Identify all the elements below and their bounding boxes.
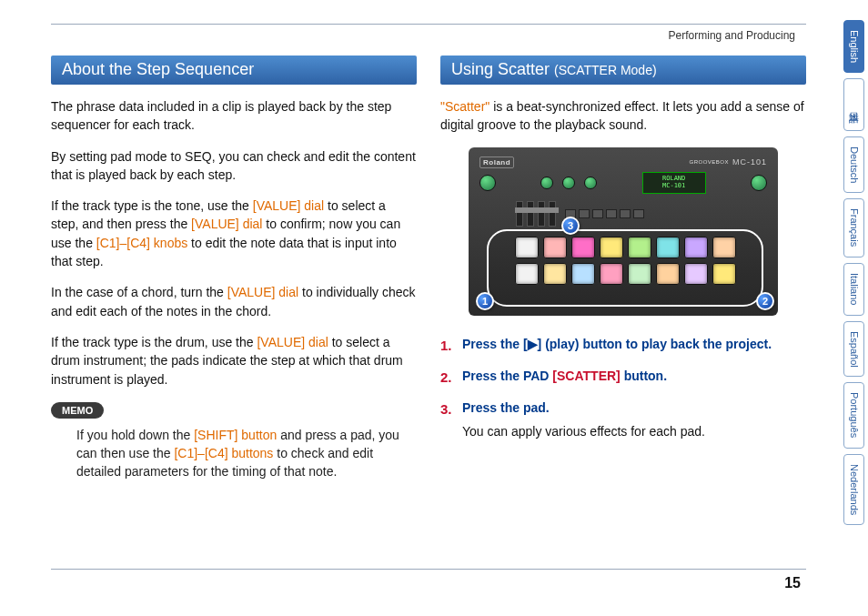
callout-3: 3	[561, 217, 580, 235]
section-heading-scatter: Using Scatter (SCATTER Mode)	[440, 56, 806, 85]
breadcrumb: Performing and Producing	[669, 29, 795, 42]
paragraph: If the track type is the drum, use the […	[51, 333, 417, 389]
lang-tab-italiano[interactable]: Italiano	[843, 263, 864, 316]
pad	[712, 237, 736, 258]
pad	[684, 237, 708, 258]
value-dial-ref: [VALUE] dial	[253, 198, 324, 213]
section-heading-sequencer: About the Step Sequencer	[51, 56, 417, 85]
model-label: MC-101	[732, 157, 767, 167]
pad	[600, 263, 623, 285]
pad	[656, 263, 680, 285]
value-dial-ref: [VALUE] dial	[227, 285, 298, 299]
pad	[656, 237, 680, 258]
lang-tab-nederlands[interactable]: Nederlands	[843, 454, 864, 525]
step-3-sub: You can apply various effects for each p…	[462, 424, 806, 439]
shift-button-ref: [SHIFT] button	[194, 428, 277, 442]
pad	[712, 263, 736, 285]
manual-page: Performing and Producing About the Step …	[51, 24, 806, 591]
pad	[543, 263, 567, 285]
step-1: 1. Press the [▶] (play) button to play b…	[440, 336, 806, 355]
device-display: ROLAND MC-101	[642, 172, 706, 194]
paragraph: "Scatter" is a beat-synchronized effect.…	[440, 97, 806, 135]
lang-tab-português[interactable]: Português	[843, 382, 864, 448]
brand-logo: Roland	[479, 157, 514, 168]
memo-text: If you hold down the [SHIFT] button and …	[76, 426, 417, 481]
groovebox-label: GROOVEBOX	[689, 159, 729, 165]
lang-tab-日本語[interactable]: 日本語	[843, 78, 864, 131]
pad	[684, 263, 708, 285]
pad	[600, 237, 623, 258]
value-dial-ref: [VALUE] dial	[257, 335, 328, 349]
callout-1: 1	[476, 292, 494, 310]
lang-tab-español[interactable]: Español	[843, 321, 864, 378]
lang-tab-français[interactable]: Français	[843, 198, 864, 257]
c-knobs-ref: [C1]–[C4] knobs	[96, 236, 187, 250]
memo-badge: MEMO	[51, 402, 104, 419]
paragraph: By setting pad mode to SEQ, you can chec…	[51, 147, 417, 185]
lang-tab-english[interactable]: English	[843, 20, 864, 73]
paragraph: The phrase data included in a clip is pl…	[51, 97, 417, 135]
pad	[628, 237, 651, 258]
paragraph: If the track type is the tone, use the […	[51, 197, 417, 270]
paragraph: In the case of a chord, turn the [VALUE]…	[51, 283, 417, 320]
step-list: 1. Press the [▶] (play) button to play b…	[440, 336, 806, 439]
pad-grid-highlight	[487, 229, 763, 307]
step-3: 3. Press the pad.	[440, 399, 806, 419]
pad	[571, 263, 595, 285]
fader	[527, 201, 534, 227]
lang-tab-deutsch[interactable]: Deutsch	[843, 136, 864, 193]
pad	[543, 237, 567, 258]
memo-block: MEMO If you hold down the [SHIFT] button…	[51, 401, 417, 481]
scatter-button-ref: [SCATTER]	[552, 369, 620, 383]
pad	[515, 237, 539, 258]
play-button-ref: [▶] (play) button	[523, 337, 622, 351]
callout-2: 2	[756, 292, 774, 310]
button-group	[565, 209, 644, 218]
pad	[571, 237, 595, 258]
value-dial-ref: [VALUE] dial	[191, 217, 262, 231]
right-column: Using Scatter (SCATTER Mode) "Scatter" i…	[440, 56, 806, 591]
step-2: 2. Press the PAD [SCATTER] button.	[440, 368, 806, 387]
value-dial	[751, 175, 767, 191]
knob	[540, 177, 553, 189]
scatter-term: "Scatter"	[440, 99, 490, 114]
footer-rule	[51, 569, 806, 570]
pad	[628, 263, 651, 285]
fader	[516, 201, 523, 227]
c-buttons-ref: [C1]–[C4] buttons	[174, 446, 273, 460]
fader	[549, 201, 556, 227]
fader	[538, 201, 545, 227]
knob	[584, 177, 597, 189]
device-figure: Roland GROOVEBOX MC-101 ROLAND MC-101	[469, 147, 778, 316]
language-tabs: English日本語DeutschFrançaisItalianoEspañol…	[843, 20, 864, 525]
page-number: 15	[784, 575, 801, 591]
volume-knob	[479, 175, 496, 191]
left-column: About the Step Sequencer The phrase data…	[51, 56, 417, 591]
page-header: Performing and Producing	[51, 25, 806, 46]
pad	[515, 263, 539, 285]
knob	[562, 177, 575, 189]
